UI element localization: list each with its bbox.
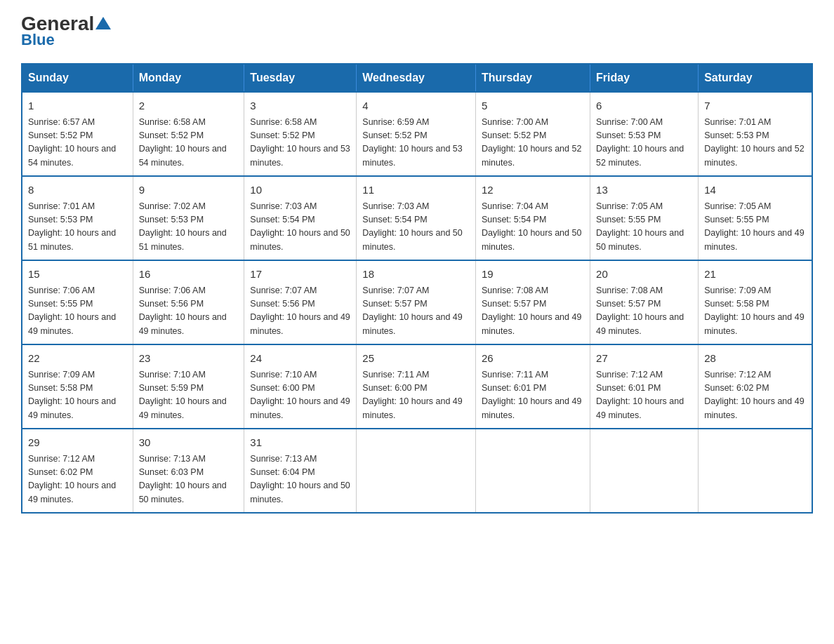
header-tuesday: Tuesday <box>244 64 357 92</box>
day-info: Sunrise: 7:11 AMSunset: 6:01 PMDaylight:… <box>482 368 584 423</box>
day-number: 1 <box>28 98 127 114</box>
calendar-header-row: SundayMondayTuesdayWednesdayThursdayFrid… <box>22 64 812 92</box>
day-number: 9 <box>139 182 239 199</box>
header-thursday: Thursday <box>475 64 590 92</box>
logo: General Blue <box>21 14 111 49</box>
day-number: 8 <box>28 182 127 199</box>
day-number: 6 <box>596 98 692 114</box>
day-info: Sunrise: 7:08 AMSunset: 5:57 PMDaylight:… <box>596 284 692 339</box>
day-info: Sunrise: 7:00 AMSunset: 5:52 PMDaylight:… <box>482 116 584 170</box>
day-info: Sunrise: 7:01 AMSunset: 5:53 PMDaylight:… <box>704 116 806 170</box>
day-info: Sunrise: 7:05 AMSunset: 5:55 PMDaylight:… <box>704 200 806 255</box>
day-number: 21 <box>704 267 806 283</box>
svg-marker-0 <box>95 17 111 29</box>
calendar-cell: 20Sunrise: 7:08 AMSunset: 5:57 PMDayligh… <box>590 260 699 344</box>
day-info: Sunrise: 7:07 AMSunset: 5:56 PMDaylight:… <box>250 284 350 339</box>
day-info: Sunrise: 7:11 AMSunset: 6:00 PMDaylight:… <box>362 368 470 423</box>
day-info: Sunrise: 7:04 AMSunset: 5:54 PMDaylight:… <box>482 200 584 255</box>
calendar-cell: 30Sunrise: 7:13 AMSunset: 6:03 PMDayligh… <box>133 429 244 513</box>
day-info: Sunrise: 7:06 AMSunset: 5:56 PMDaylight:… <box>139 284 239 339</box>
header-saturday: Saturday <box>699 64 812 92</box>
calendar-cell: 2Sunrise: 6:58 AMSunset: 5:52 PMDaylight… <box>133 92 244 176</box>
header-monday: Monday <box>133 64 244 92</box>
calendar-cell: 12Sunrise: 7:04 AMSunset: 5:54 PMDayligh… <box>475 176 590 260</box>
page-header: General Blue <box>21 14 813 49</box>
day-number: 14 <box>704 182 806 199</box>
calendar-cell: 9Sunrise: 7:02 AMSunset: 5:53 PMDaylight… <box>133 176 244 260</box>
day-info: Sunrise: 7:03 AMSunset: 5:54 PMDaylight:… <box>362 200 470 255</box>
calendar-cell: 1Sunrise: 6:57 AMSunset: 5:52 PMDaylight… <box>22 92 133 176</box>
day-number: 26 <box>482 351 584 367</box>
day-number: 27 <box>596 351 692 367</box>
calendar-cell: 7Sunrise: 7:01 AMSunset: 5:53 PMDaylight… <box>699 92 812 176</box>
day-info: Sunrise: 6:59 AMSunset: 5:52 PMDaylight:… <box>362 116 470 170</box>
day-number: 7 <box>704 98 806 114</box>
logo-triangle-icon <box>95 17 111 29</box>
calendar-cell: 21Sunrise: 7:09 AMSunset: 5:58 PMDayligh… <box>699 260 812 344</box>
calendar-cell: 17Sunrise: 7:07 AMSunset: 5:56 PMDayligh… <box>244 260 357 344</box>
day-info: Sunrise: 7:08 AMSunset: 5:57 PMDaylight:… <box>482 284 584 339</box>
day-number: 18 <box>362 267 470 283</box>
day-number: 25 <box>362 351 470 367</box>
day-info: Sunrise: 6:58 AMSunset: 5:52 PMDaylight:… <box>250 116 350 170</box>
day-number: 28 <box>704 351 806 367</box>
calendar-cell: 23Sunrise: 7:10 AMSunset: 5:59 PMDayligh… <box>133 344 244 429</box>
calendar-cell: 15Sunrise: 7:06 AMSunset: 5:55 PMDayligh… <box>22 260 133 344</box>
day-info: Sunrise: 7:00 AMSunset: 5:53 PMDaylight:… <box>596 116 692 170</box>
day-info: Sunrise: 7:06 AMSunset: 5:55 PMDaylight:… <box>28 284 127 339</box>
week-row-2: 8Sunrise: 7:01 AMSunset: 5:53 PMDaylight… <box>22 176 812 260</box>
day-number: 31 <box>250 435 350 451</box>
calendar-cell: 18Sunrise: 7:07 AMSunset: 5:57 PMDayligh… <box>357 260 476 344</box>
calendar-cell: 13Sunrise: 7:05 AMSunset: 5:55 PMDayligh… <box>590 176 699 260</box>
calendar-cell <box>357 429 476 513</box>
header-friday: Friday <box>590 64 699 92</box>
calendar-cell <box>699 429 812 513</box>
week-row-4: 22Sunrise: 7:09 AMSunset: 5:58 PMDayligh… <box>22 344 812 429</box>
day-info: Sunrise: 6:57 AMSunset: 5:52 PMDaylight:… <box>28 116 127 170</box>
day-number: 17 <box>250 267 350 283</box>
day-info: Sunrise: 7:07 AMSunset: 5:57 PMDaylight:… <box>362 284 470 339</box>
day-info: Sunrise: 7:03 AMSunset: 5:54 PMDaylight:… <box>250 200 350 255</box>
day-number: 30 <box>139 435 239 451</box>
week-row-1: 1Sunrise: 6:57 AMSunset: 5:52 PMDaylight… <box>22 92 812 176</box>
day-number: 10 <box>250 182 350 199</box>
week-row-5: 29Sunrise: 7:12 AMSunset: 6:02 PMDayligh… <box>22 429 812 513</box>
day-info: Sunrise: 7:10 AMSunset: 5:59 PMDaylight:… <box>139 368 239 423</box>
calendar-cell: 10Sunrise: 7:03 AMSunset: 5:54 PMDayligh… <box>244 176 357 260</box>
day-number: 13 <box>596 182 692 199</box>
calendar-cell: 31Sunrise: 7:13 AMSunset: 6:04 PMDayligh… <box>244 429 357 513</box>
day-info: Sunrise: 7:09 AMSunset: 5:58 PMDaylight:… <box>28 368 127 423</box>
day-info: Sunrise: 7:02 AMSunset: 5:53 PMDaylight:… <box>139 200 239 255</box>
day-number: 29 <box>28 435 127 451</box>
day-number: 3 <box>250 98 350 114</box>
day-info: Sunrise: 7:01 AMSunset: 5:53 PMDaylight:… <box>28 200 127 255</box>
calendar-cell: 24Sunrise: 7:10 AMSunset: 6:00 PMDayligh… <box>244 344 357 429</box>
calendar-cell: 16Sunrise: 7:06 AMSunset: 5:56 PMDayligh… <box>133 260 244 344</box>
calendar-cell: 3Sunrise: 6:58 AMSunset: 5:52 PMDaylight… <box>244 92 357 176</box>
day-info: Sunrise: 7:12 AMSunset: 6:01 PMDaylight:… <box>596 368 692 423</box>
day-number: 4 <box>362 98 470 114</box>
day-info: Sunrise: 7:05 AMSunset: 5:55 PMDaylight:… <box>596 200 692 255</box>
day-info: Sunrise: 6:58 AMSunset: 5:52 PMDaylight:… <box>139 116 239 170</box>
logo-blue: Blue <box>21 31 55 49</box>
calendar-cell: 14Sunrise: 7:05 AMSunset: 5:55 PMDayligh… <box>699 176 812 260</box>
day-number: 20 <box>596 267 692 283</box>
day-info: Sunrise: 7:13 AMSunset: 6:04 PMDaylight:… <box>250 452 350 507</box>
calendar-cell: 4Sunrise: 6:59 AMSunset: 5:52 PMDaylight… <box>357 92 476 176</box>
calendar-cell: 26Sunrise: 7:11 AMSunset: 6:01 PMDayligh… <box>475 344 590 429</box>
day-info: Sunrise: 7:12 AMSunset: 6:02 PMDaylight:… <box>28 452 127 507</box>
calendar-cell: 27Sunrise: 7:12 AMSunset: 6:01 PMDayligh… <box>590 344 699 429</box>
day-number: 24 <box>250 351 350 367</box>
calendar-cell: 29Sunrise: 7:12 AMSunset: 6:02 PMDayligh… <box>22 429 133 513</box>
calendar-cell <box>475 429 590 513</box>
day-number: 16 <box>139 267 239 283</box>
day-number: 22 <box>28 351 127 367</box>
day-info: Sunrise: 7:09 AMSunset: 5:58 PMDaylight:… <box>704 284 806 339</box>
day-number: 15 <box>28 267 127 283</box>
calendar-cell: 25Sunrise: 7:11 AMSunset: 6:00 PMDayligh… <box>357 344 476 429</box>
calendar-cell: 6Sunrise: 7:00 AMSunset: 5:53 PMDaylight… <box>590 92 699 176</box>
day-info: Sunrise: 7:10 AMSunset: 6:00 PMDaylight:… <box>250 368 350 423</box>
calendar-table: SundayMondayTuesdayWednesdayThursdayFrid… <box>21 63 813 514</box>
header-wednesday: Wednesday <box>357 64 476 92</box>
day-number: 5 <box>482 98 584 114</box>
